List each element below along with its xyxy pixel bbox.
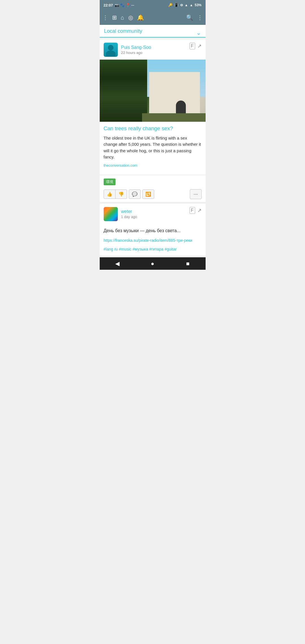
status-icons: 📷 🐾 📍 ···	[115, 3, 134, 7]
post-meta-1: Puis Sang-Soo 22 hours ago	[121, 45, 151, 55]
open-external-icon-1[interactable]: ↗	[197, 43, 202, 49]
comment-button[interactable]: 💬	[129, 190, 141, 199]
post-title-1[interactable]: Can trees really change sex?	[104, 125, 202, 132]
signal-icon: ▲	[190, 3, 193, 7]
divider-1	[100, 175, 206, 175]
hashtag-guitar[interactable]: #guitar	[165, 247, 177, 251]
home-button[interactable]: ⌂	[121, 14, 124, 21]
search-button[interactable]: 🔍	[186, 14, 193, 21]
post-image-inner	[100, 60, 206, 122]
hashtag-music[interactable]: #music	[119, 247, 131, 251]
action-bar-1: 👍 👎 💬 🔁 ···	[100, 188, 206, 202]
menu-button[interactable]: ⋮	[103, 14, 108, 21]
wifi-icon: ▲	[185, 3, 188, 7]
post-time-2: 1 day ago	[121, 215, 137, 219]
hashtag-muzyka[interactable]: #музыка	[132, 247, 148, 251]
post-header-right-2: F ↗	[189, 207, 202, 214]
tags-area-1: 環境	[100, 177, 206, 188]
hashtag-lang-ru[interactable]: #lang ru	[104, 247, 118, 251]
status-bar: 22:07 📷 🐾 📍 ··· 🔑 📳 ⊖ ▲ ▲ 53%	[100, 0, 206, 10]
post-header-2: weter 1 day ago F ↗	[100, 204, 206, 224]
post-text-content-2: День без музыки — день без света... http…	[100, 224, 206, 256]
post-author-1[interactable]: Puis Sang-Soo	[121, 45, 151, 50]
status-time-area: 22:07 📷 🐾 📍 ···	[104, 3, 134, 7]
section-title: Local community	[104, 28, 142, 37]
hashtag-gitara[interactable]: #гитара	[149, 247, 163, 251]
tag-badge-1[interactable]: 環境	[104, 179, 116, 185]
post-header-1: Puis Sang-Soo 22 hours ago F ↗	[100, 39, 206, 60]
post-link[interactable]: https://franceska.su/pirate-radio/item/8…	[104, 238, 202, 243]
facebook-icon-2[interactable]: F	[189, 207, 195, 214]
nav-icons-left: ⋮ ⊞ ⌂ ◎ 🔔	[103, 14, 144, 21]
circle-icon: ⊖	[180, 3, 183, 7]
post-body-1: The oldest tree in the UK is flirting wi…	[104, 135, 202, 160]
post-image-1	[100, 60, 206, 122]
post-header-left-2: weter 1 day ago	[104, 207, 137, 221]
avatar-2	[104, 207, 118, 221]
tree-left	[100, 60, 147, 122]
target-button[interactable]: ◎	[128, 14, 133, 21]
back-button[interactable]: ◀	[100, 260, 135, 267]
vote-buttons[interactable]: 👍 👎	[104, 190, 127, 199]
avatar-figure-1	[104, 43, 118, 57]
thumbs-down-button[interactable]: 👎	[116, 190, 127, 199]
battery-text: 53%	[195, 3, 201, 7]
grid-button[interactable]: ⊞	[112, 14, 117, 21]
chevron-down-icon[interactable]: ⌄	[196, 29, 201, 36]
post-card-1: Puis Sang-Soo 22 hours ago F ↗ Can trees…	[100, 39, 206, 202]
bell-button[interactable]: 🔔	[137, 14, 144, 21]
status-time: 22:07	[104, 3, 113, 7]
section-header[interactable]: Local community ⌄	[100, 25, 206, 38]
post-header-left-1: Puis Sang-Soo 22 hours ago	[104, 43, 151, 57]
more-button[interactable]: ⋮	[197, 14, 203, 21]
post-source-1[interactable]: theconversation.com	[104, 163, 202, 167]
key-icon: 🔑	[168, 3, 173, 7]
recents-button[interactable]: ■	[170, 260, 206, 267]
post-hashtags: #lang ru #music #музыка #гитара #guitar	[104, 246, 202, 252]
post-meta-2: weter 1 day ago	[121, 209, 137, 219]
post-time-1: 22 hours ago	[121, 51, 151, 55]
home-button-bottom[interactable]: ●	[135, 260, 170, 267]
action-left-1: 👍 👎 💬 🔁	[104, 190, 154, 199]
grave-area	[142, 113, 206, 122]
more-options-button[interactable]: ···	[190, 189, 201, 199]
bottom-nav: ◀ ● ■	[100, 257, 206, 270]
post-content-1: Can trees really change sex? The oldest …	[100, 122, 206, 173]
avatar-1	[104, 43, 118, 57]
share-button[interactable]: 🔁	[142, 190, 154, 199]
post-russian-text: День без музыки — день без света...	[104, 227, 202, 234]
post-header-right-1: F ↗	[189, 43, 202, 49]
nav-icons-right: 🔍 ⋮	[186, 14, 203, 21]
status-right-area: 🔑 📳 ⊖ ▲ ▲ 53%	[168, 3, 202, 7]
post-author-2[interactable]: weter	[121, 209, 137, 214]
post-card-2: weter 1 day ago F ↗ День без музыки — де…	[100, 204, 206, 256]
vibrate-icon: 📳	[174, 3, 178, 7]
thumbs-up-button[interactable]: 👍	[104, 190, 116, 199]
open-external-icon-2[interactable]: ↗	[197, 207, 202, 214]
facebook-icon-1[interactable]: F	[189, 43, 195, 49]
nav-bar: ⋮ ⊞ ⌂ ◎ 🔔 🔍 ⋮	[100, 10, 206, 25]
